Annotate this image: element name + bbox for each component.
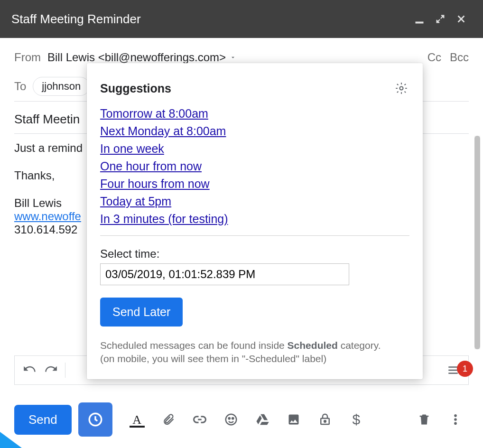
body-scrollbar[interactable] <box>474 136 480 349</box>
svg-point-8 <box>454 418 457 421</box>
suggestion-item[interactable]: In one week <box>100 142 164 156</box>
svg-point-4 <box>232 418 233 419</box>
window-title: Staff Meeting Reminder <box>11 12 409 27</box>
select-time-label: Select time: <box>100 247 409 261</box>
compose-actionbar: Send A $ <box>0 401 483 448</box>
popup-divider <box>100 235 409 236</box>
suggestion-item[interactable]: In 3 minutes (for testing) <box>100 212 228 226</box>
svg-point-7 <box>454 414 457 417</box>
to-label: To <box>14 80 26 93</box>
popup-note: Scheduled messages can be found inside S… <box>100 339 409 366</box>
suggestion-item[interactable]: One hour from now <box>100 159 202 173</box>
suggestion-item[interactable]: Tomorrow at 8:00am <box>100 107 208 121</box>
bcc-button[interactable]: Bcc <box>450 51 469 64</box>
redo-button[interactable] <box>40 360 61 381</box>
compose-titlebar: Staff Meeting Reminder <box>0 0 483 38</box>
subject-value: Staff Meetin <box>14 112 80 127</box>
attach-file-button[interactable] <box>155 406 182 433</box>
suggestion-item[interactable]: Four hours from now <box>100 177 210 191</box>
insert-money-button[interactable]: $ <box>343 406 370 433</box>
minimize-button[interactable] <box>409 9 430 29</box>
svg-point-6 <box>324 420 326 422</box>
undo-button[interactable] <box>19 360 40 381</box>
send-button[interactable]: Send <box>14 405 72 435</box>
sig-link[interactable]: www.newoffe <box>14 210 81 223</box>
toolbar-separator <box>65 363 65 378</box>
insert-emoji-button[interactable] <box>218 406 244 433</box>
notification-badge: 1 <box>457 361 473 377</box>
discard-draft-button[interactable] <box>411 406 437 433</box>
insert-link-button[interactable] <box>186 406 213 433</box>
schedule-suggestions-popup: Suggestions Tomorrow at 8:00am Next Mond… <box>87 63 423 379</box>
schedule-send-button[interactable] <box>78 402 112 437</box>
more-options-button[interactable] <box>442 406 469 433</box>
recipient-chip[interactable]: jjohnson <box>33 77 90 96</box>
select-time-input[interactable] <box>100 263 349 285</box>
svg-point-2 <box>225 414 236 425</box>
insert-photo-button[interactable] <box>280 406 307 433</box>
fullscreen-button[interactable] <box>430 9 451 29</box>
text-format-button[interactable]: A <box>124 406 150 433</box>
from-dropdown-icon[interactable] <box>230 54 236 61</box>
insert-drive-button[interactable] <box>249 406 276 433</box>
from-label: From <box>14 51 41 64</box>
svg-rect-0 <box>416 22 423 23</box>
popup-title: Suggestions <box>100 82 393 95</box>
inbox-corner-indicator <box>0 432 22 448</box>
svg-point-9 <box>454 422 457 425</box>
close-button[interactable] <box>451 9 472 29</box>
send-later-button[interactable]: Send Later <box>100 298 183 327</box>
suggestion-item[interactable]: Today at 5pm <box>100 195 171 208</box>
popup-settings-button[interactable] <box>393 80 409 96</box>
svg-point-10 <box>400 87 403 90</box>
from-value[interactable]: Bill Lewis <bill@newofferings.com> <box>47 51 226 64</box>
suggestions-list: Tomorrow at 8:00am Next Monday at 8:00am… <box>100 107 409 226</box>
suggestion-item[interactable]: Next Monday at 8:00am <box>100 124 226 138</box>
cc-button[interactable]: Cc <box>427 51 441 64</box>
confidential-mode-button[interactable] <box>312 406 338 433</box>
svg-point-3 <box>228 418 230 419</box>
